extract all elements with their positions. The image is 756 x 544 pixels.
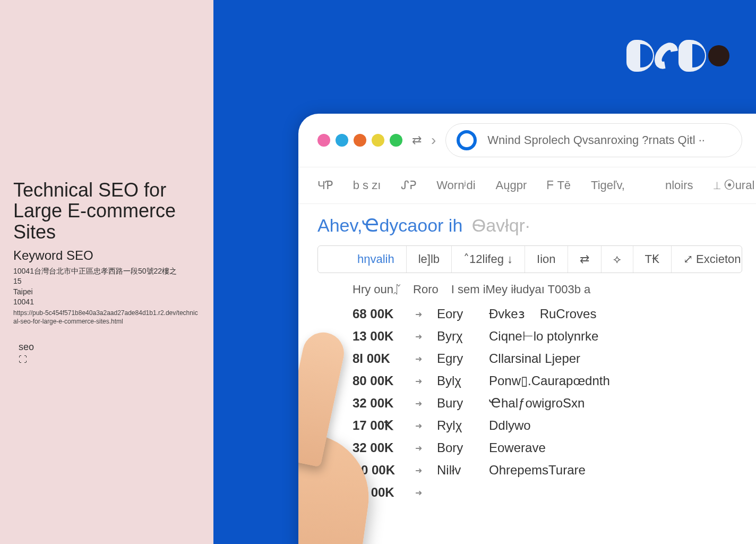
forward-chevron-icon[interactable]: ›	[431, 132, 436, 149]
row-category: Egry	[437, 351, 474, 366]
table-row[interactable]: 32 00K➜BuryҼhalƒowigroSxn	[353, 392, 742, 414]
address-zip: 10041	[13, 297, 200, 308]
row-name: Cllarsinal Ljeper	[489, 351, 580, 366]
row-metric: 8Ŀ 00K	[353, 485, 411, 500]
arrow-icon: ➜	[415, 398, 422, 409]
row-metric: 13 00K	[353, 329, 411, 344]
row-metric: 68 00K	[353, 307, 411, 321]
table-row[interactable]: S0 00K➜NilłvOhrepemsTurare	[353, 459, 742, 481]
seo-badge: seo ⛶	[13, 342, 200, 364]
arrow-icon: ➜	[415, 332, 422, 342]
site-identity-icon	[457, 130, 477, 150]
traffic-light-3[interactable]	[354, 134, 366, 147]
address-line: 10041台灣台北市中正區忠孝西路一段50號22樓之	[13, 266, 200, 277]
row-category: Bory	[437, 440, 474, 455]
filter-8[interactable]: ⤢ Exсieton	[672, 246, 742, 273]
content-area: Ahev,Ҽdycaoor ih Ѳavłqr· hηvalih le]lb ˄…	[298, 204, 756, 544]
tab-7[interactable]: Tigeľv,	[591, 178, 625, 192]
table-row[interactable]: 8I 00K➜EgryCllarsinal Ljeper	[353, 347, 742, 370]
traffic-light-4[interactable]	[372, 134, 384, 147]
data-rows: 68 00K➜EoryÐvkeɜRuCroves13 00K➜ByrχCiqne…	[317, 303, 742, 504]
arrow-icon: ➜	[415, 309, 422, 319]
seo-icon: ⛶	[19, 355, 27, 364]
arrow-icon: ➜	[415, 421, 422, 431]
table-row[interactable]: 13 00K➜ByrχCiqne⊢lo ptolynrke	[353, 325, 742, 347]
tab-6[interactable]: ᖴ Tē	[547, 178, 571, 192]
traffic-lights	[317, 134, 402, 147]
content-title-main: Ahev,Ҽdycaoor ih	[317, 215, 462, 235]
row-metric: 17 00Ꝁ	[353, 418, 411, 433]
arrow-icon: ➜	[415, 488, 422, 498]
filter-1[interactable]: hηvalih	[318, 246, 407, 273]
row-category: Rylχ	[437, 418, 474, 433]
tab-1[interactable]: ЧƤ	[317, 178, 333, 192]
browser-top-bar: ⇄ › Wnind Sprolech Qvsanroxing ?rnats Qi…	[298, 114, 756, 167]
table-row[interactable]: 80 00K➜BylχPonw▯.Caurapœdnth	[353, 370, 742, 392]
page-subtitle: Keyword SEO	[13, 248, 200, 263]
page-url: https://pub-5c454f571b8e40a3a2aad27ade84…	[13, 309, 200, 326]
left-panel: Technical SEO for Large E-commerce Sites…	[0, 0, 213, 544]
table-row[interactable]: 8Ŀ 00K➜	[353, 481, 742, 504]
row-name: Ddlywo	[489, 418, 531, 433]
filter-bar: hηvalih le]lb ˄12lifeg ↓ Iion ⇄ ⟡ T₭ ⤢ E…	[317, 245, 742, 273]
row-category: Nilłv	[437, 463, 474, 478]
address-number: 15	[13, 276, 200, 287]
filter-3[interactable]: ˄12lifeg ↓	[452, 246, 525, 273]
filter-5[interactable]: ⇄	[568, 246, 602, 273]
row-name: OhrepemsTurare	[489, 463, 586, 478]
table-row[interactable]: 68 00K➜EoryÐvkeɜRuCroves	[353, 303, 742, 325]
tab-4[interactable]: Wornʲdi	[436, 178, 475, 192]
subheader-a: Hry ounᛢ	[353, 283, 400, 296]
tab-2[interactable]: b s zı	[353, 178, 381, 192]
traffic-light-1[interactable]	[317, 134, 330, 147]
filter-2[interactable]: le]lb	[407, 246, 452, 273]
nav-swap-icon[interactable]: ⇄	[412, 133, 422, 147]
logo-glyph-b1	[626, 40, 654, 72]
arrow-icon: ➜	[415, 354, 422, 364]
row-name: Ciqne⊢lo ptolynrke	[489, 329, 598, 344]
brand-logo	[626, 40, 729, 72]
seo-label: seo	[19, 342, 200, 353]
row-metric: 8I 00K	[353, 351, 411, 366]
row-category: Byrχ	[437, 329, 474, 344]
arrow-icon: ➜	[415, 465, 422, 475]
row-extra: Ðvkeɜ	[489, 307, 525, 321]
row-name: Ponw▯.Caurapœdnth	[489, 373, 610, 388]
row-metric: 32 00K	[353, 440, 411, 455]
page-title: Technical SEO for Large E-commerce Sites	[13, 180, 200, 243]
filter-6[interactable]: ⟡	[602, 246, 633, 273]
subheader-row: Hry ounᛢ Roro I sem iMey iłudyaı T003b a	[317, 283, 742, 303]
logo-glyph-berry	[708, 45, 729, 66]
tab-9[interactable]: ⟂ ⦿ural ⟂	[714, 178, 756, 192]
tab-5[interactable]: Aųgpr	[496, 178, 527, 192]
filter-7[interactable]: T₭	[633, 246, 672, 273]
tab-8[interactable]: nloirs	[665, 178, 693, 192]
row-category: Eory	[437, 307, 474, 321]
address-bar[interactable]: Wnind Sprolech Qvsanroxing ?rnats Qitl ·…	[445, 123, 742, 157]
row-category: Bylχ	[437, 373, 474, 388]
right-panel: ⇄ › Wnind Sprolech Qvsanroxing ?rnats Qi…	[213, 0, 756, 544]
traffic-light-2[interactable]	[336, 134, 348, 147]
row-category: Bury	[437, 396, 474, 411]
traffic-light-5[interactable]	[390, 134, 402, 147]
content-title-muted: Ѳavłqr·	[472, 215, 530, 235]
row-metric: 80 00K	[353, 373, 411, 388]
subheader-b: Roro	[413, 283, 439, 296]
tab-3[interactable]: ᔑᕈ	[401, 178, 416, 192]
address-city: Taipei	[13, 287, 200, 298]
filter-4[interactable]: Iion	[525, 246, 568, 273]
subheader-c: I sem iMey iłudyaı T003b a	[451, 283, 591, 296]
content-title: Ahev,Ҽdycaoor ih Ѳavłqr·	[317, 215, 742, 236]
address-text: Wnind Sprolech Qvsanroxing ?rnats Qitl ·…	[487, 133, 705, 147]
table-row[interactable]: 32 00K➜BoryEowerave	[353, 437, 742, 459]
row-metric: 32 00K	[353, 396, 411, 411]
arrow-icon: ➜	[415, 443, 422, 453]
row-metric: S0 00K	[353, 463, 411, 478]
browser-window: ⇄ › Wnind Sprolech Qvsanroxing ?rnats Qi…	[298, 114, 756, 544]
arrow-icon: ➜	[415, 376, 422, 386]
row-name: ҼhalƒowigroSxn	[489, 396, 585, 411]
row-name: Eowerave	[489, 440, 546, 455]
toolbar-tabs: ЧƤ b s zı ᔑᕈ Wornʲdi Aųgpr ᖴ Tē Tigeľv, …	[298, 167, 756, 204]
logo-glyph-c1	[650, 38, 683, 73]
table-row[interactable]: 17 00Ꝁ➜RylχDdlywo	[353, 414, 742, 437]
